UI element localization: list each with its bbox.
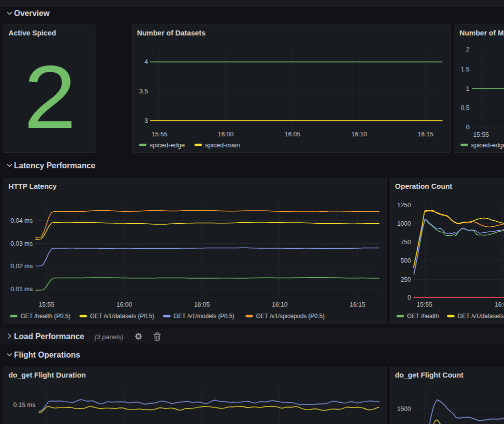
svg-text:1500: 1500	[397, 406, 411, 413]
svg-text:0.15 ms: 0.15 ms	[14, 402, 36, 409]
